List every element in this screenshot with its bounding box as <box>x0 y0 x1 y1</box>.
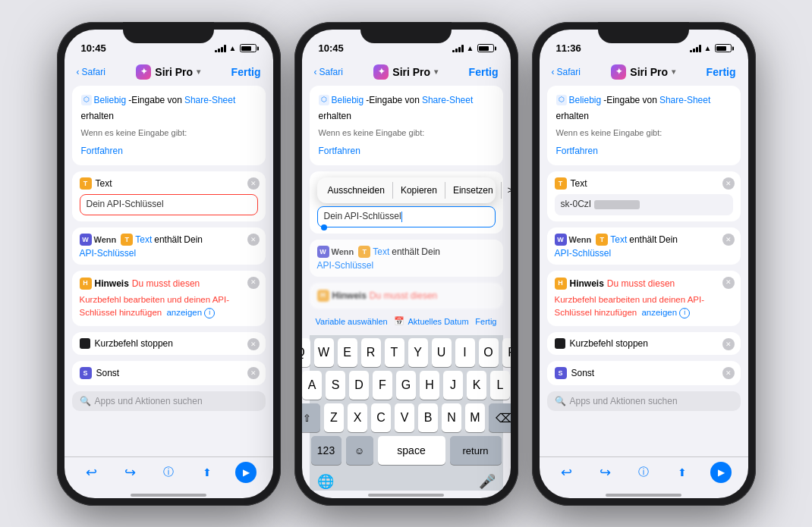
key-f[interactable]: F <box>373 371 392 400</box>
fortfahren-1[interactable]: Fortfahren <box>81 144 123 158</box>
cursor-dot-2 <box>321 224 327 231</box>
close-btn-1[interactable]: ✕ <box>247 177 260 190</box>
wenn-text-3: Wenn <box>569 235 592 244</box>
key-q[interactable]: Q <box>302 338 310 367</box>
api-2: API-Schlüssel <box>317 260 496 271</box>
battery-icon-3 <box>715 44 732 52</box>
key-t[interactable]: T <box>385 338 404 367</box>
close-btn-3[interactable]: ✕ <box>722 177 735 190</box>
done-button-3[interactable]: Fertig <box>707 66 736 78</box>
nav-bar-1: ‹ Safari ✦ Siri Pro ▾ Fertig <box>65 63 273 86</box>
text-badge-wenn-3: T <box>596 234 608 246</box>
close-hinweis-3[interactable]: ✕ <box>722 277 735 289</box>
info-icon-1[interactable]: i <box>204 308 215 318</box>
key-n[interactable]: N <box>442 403 461 432</box>
key-k[interactable]: K <box>467 371 486 400</box>
text-badge-wenn-2: T <box>358 246 370 258</box>
key-return[interactable]: return <box>450 436 502 465</box>
cut-item-2[interactable]: Ausschneiden <box>320 182 393 199</box>
key-u[interactable]: U <box>432 338 452 367</box>
share-button-3[interactable]: ⬆ <box>672 462 693 483</box>
key-z[interactable]: Z <box>324 403 344 432</box>
info-icon-3[interactable]: i <box>679 308 690 318</box>
context-menu-arrow-2[interactable]: > <box>502 182 511 199</box>
key-d[interactable]: D <box>349 371 369 400</box>
undo-button-1[interactable]: ↩ <box>80 462 102 483</box>
key-h[interactable]: H <box>420 371 439 400</box>
play-button-1[interactable]: ▶ <box>235 462 257 483</box>
play-button-3[interactable]: ▶ <box>710 462 732 483</box>
close-sonst-3[interactable]: ✕ <box>722 367 735 379</box>
home-indicator-2 <box>368 494 444 497</box>
globe-icon-2[interactable]: 🌐 <box>317 473 334 490</box>
info-button-1[interactable]: ⓘ <box>158 462 179 483</box>
close-kurzbefehl-1[interactable]: ✕ <box>247 338 260 350</box>
redo-button-1[interactable]: ↪ <box>119 462 140 483</box>
mic-icon-2[interactable]: 🎤 <box>479 473 496 490</box>
key-l[interactable]: L <box>490 371 510 400</box>
text-input-1[interactable]: Dein API-Schlüssel <box>80 194 258 215</box>
calendar-icon-2: 📅 <box>394 316 404 326</box>
chevron-down-icon-1: ▾ <box>197 67 200 76</box>
key-b[interactable]: B <box>418 403 438 432</box>
variable-btn-2[interactable]: Variable auswählen <box>316 317 388 326</box>
paste-item-2[interactable]: Einsetzen <box>445 182 502 199</box>
key-p[interactable]: P <box>502 338 511 367</box>
keyboard-2: Q W E R T Y U I O P A S D <box>310 335 503 491</box>
key-w[interactable]: W <box>314 338 334 367</box>
close-sonst-1[interactable]: ✕ <box>247 367 260 379</box>
undo-button-3[interactable]: ↩ <box>555 462 577 483</box>
search-bar-3[interactable]: 🔍 Apps und Aktionen suchen <box>547 391 741 411</box>
key-shift[interactable]: ⇧ <box>302 403 321 432</box>
done-button-2[interactable]: Fertig <box>469 66 499 78</box>
text-input-3[interactable]: sk-0CzI <box>555 194 733 215</box>
key-c[interactable]: C <box>371 403 391 432</box>
key-i[interactable]: I <box>455 338 475 367</box>
close-kurzbefehl-3[interactable]: ✕ <box>722 338 735 350</box>
key-j[interactable]: J <box>443 371 463 400</box>
done-button-1[interactable]: Fertig <box>231 66 261 78</box>
wenn-badge-2: W <box>317 246 329 258</box>
key-x[interactable]: X <box>348 403 367 432</box>
key-r[interactable]: R <box>361 338 381 367</box>
kurzbefehl-label-1: Kurzbefehl stoppen <box>95 338 173 349</box>
key-y[interactable]: Y <box>408 338 428 367</box>
anzeigen-3[interactable]: anzeigen <box>641 308 677 317</box>
close-hinweis-1[interactable]: ✕ <box>247 277 260 289</box>
app-title-2: ✦ Siri Pro ▾ <box>373 64 438 80</box>
search-bar-1[interactable]: 🔍 Apps und Aktionen suchen <box>72 391 266 411</box>
share-button-1[interactable]: ⬆ <box>197 462 218 483</box>
key-num[interactable]: 123 <box>311 436 341 465</box>
notch-2 <box>360 22 452 43</box>
key-delete[interactable]: ⌫ <box>489 403 511 432</box>
fortfahren-2[interactable]: Fortfahren <box>319 144 360 158</box>
key-emoji[interactable]: ☺ <box>346 436 373 465</box>
anzeigen-1[interactable]: anzeigen <box>166 308 202 317</box>
keyboard-row-3: ⇧ Z X C V B N M ⌫ <box>311 403 502 432</box>
redo-button-3[interactable]: ↪ <box>594 462 615 483</box>
key-m[interactable]: M <box>465 403 485 432</box>
bottom-toolbar-1: ↩ ↪ ⓘ ⬆ ▶ <box>65 456 273 491</box>
share-icon-3: ⬡ <box>556 95 567 105</box>
eingabe-label-3: -Eingabe von <box>603 93 657 107</box>
key-a[interactable]: A <box>302 371 322 400</box>
key-v[interactable]: V <box>395 403 414 432</box>
back-button-3[interactable]: ‹ Safari <box>552 67 581 77</box>
key-g[interactable]: G <box>396 371 416 400</box>
aktuelles-datum-2[interactable]: 📅 Aktuelles Datum <box>394 316 468 326</box>
back-button-1[interactable]: ‹ Safari <box>77 67 105 77</box>
key-o[interactable]: O <box>479 338 499 367</box>
key-s[interactable]: S <box>326 371 345 400</box>
fortfahren-3[interactable]: Fortfahren <box>556 144 598 158</box>
key-e[interactable]: E <box>338 338 357 367</box>
info-button-3[interactable]: ⓘ <box>633 462 654 483</box>
fertig-btn-2[interactable]: Fertig <box>475 317 496 326</box>
key-space[interactable]: space <box>378 436 445 465</box>
text-input-active-2[interactable]: Dein API-Schlüssel <box>317 206 496 227</box>
nav-bar-2: ‹ Safari ✦ Siri Pro ▾ Fertig <box>302 63 511 86</box>
sonst-label-1: Sonst <box>96 368 120 378</box>
close-when-3[interactable]: ✕ <box>722 234 735 246</box>
back-button-2[interactable]: ‹ Safari <box>314 67 343 77</box>
close-when-1[interactable]: ✕ <box>247 234 260 246</box>
copy-item-2[interactable]: Kopieren <box>393 182 445 199</box>
